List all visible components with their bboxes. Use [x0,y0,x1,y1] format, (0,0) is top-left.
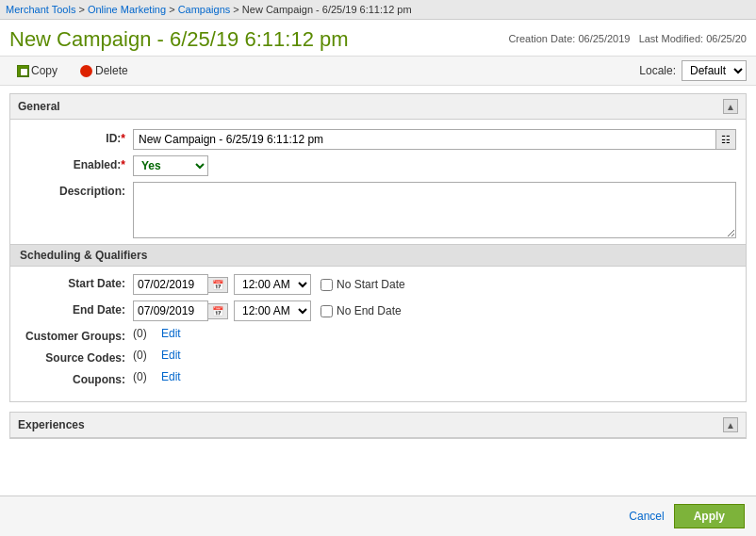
description-textarea[interactable] [133,182,736,238]
customer-groups-edit-link[interactable]: Edit [161,327,181,340]
calendar-icon-end: 📅 [212,306,223,317]
end-date-control: 📅 12:00 AM No End Date [133,300,736,321]
enabled-required-star: * [121,158,125,171]
customer-groups-label: Customer Groups: [20,327,133,343]
last-modified-label: Last Modified: [639,33,703,44]
scheduling-header: Scheduling & Qualifiers [10,244,746,267]
coupons-control: (0) Edit [133,370,736,383]
end-date-label: End Date: [20,300,133,317]
copy-icon [17,65,29,77]
general-section-title: General [18,100,60,113]
start-time-select[interactable]: 12:00 AM [234,274,311,295]
start-date-calendar-button[interactable]: 📅 [208,277,228,293]
coupons-count: (0) [133,370,147,383]
coupons-row: Coupons: (0) Edit [10,370,746,386]
breadcrumb-campaigns[interactable]: Campaigns [178,4,231,15]
enabled-control: Yes No [133,155,736,176]
calendar-icon: 📅 [212,280,223,290]
bottom-bar: Cancel Apply [0,495,756,536]
enabled-select[interactable]: Yes No [133,155,208,176]
general-section-header: General ▲ [10,94,746,120]
page-title: New Campaign - 6/25/19 6:11:12 pm [9,27,349,52]
breadcrumb-merchant-tools[interactable]: Merchant Tools [6,4,75,15]
no-end-date-label: No End Date [320,304,402,317]
source-codes-count: (0) [133,349,147,362]
start-date-row: Start Date: 📅 12:00 AM No Start Dat [10,274,746,295]
source-codes-row: Source Codes: (0) Edit [10,349,746,365]
meta-info: Creation Date: 06/25/2019 Last Modified:… [508,33,747,44]
cancel-button[interactable]: Cancel [629,510,664,523]
source-codes-control: (0) Edit [133,349,736,362]
id-lookup-button[interactable]: ☷ [716,129,736,150]
breadcrumb-current: New Campaign - 6/25/19 6:11:12 pm [242,4,412,15]
delete-button[interactable]: Delete [73,61,136,80]
enabled-row: Enabled:* Yes No [10,155,746,176]
end-time-select[interactable]: 12:00 AM [234,300,311,321]
experiences-section-header: Experiences ▲ [10,413,746,438]
id-row: ID:* ☷ [10,129,746,150]
coupons-edit-link[interactable]: Edit [161,370,181,383]
copy-button[interactable]: Copy [9,61,65,80]
description-row: Description: [10,182,746,238]
description-label: Description: [20,182,133,198]
source-codes-label: Source Codes: [20,349,133,365]
id-control: ☷ [133,129,736,150]
start-date-control: 📅 12:00 AM No Start Date [133,274,736,295]
id-label: ID:* [20,129,133,145]
experiences-section-title: Experiences [18,418,85,431]
delete-icon [80,65,92,77]
breadcrumb: Merchant Tools > Online Marketing > Camp… [0,0,756,20]
id-input[interactable] [133,129,716,150]
customer-groups-row: Customer Groups: (0) Edit [10,327,746,343]
breadcrumb-online-marketing[interactable]: Online Marketing [88,4,166,15]
start-date-input[interactable] [133,274,208,295]
source-codes-edit-link[interactable]: Edit [161,349,181,362]
apply-button[interactable]: Apply [674,504,745,528]
customer-groups-control: (0) Edit [133,327,736,340]
end-date-row: End Date: 📅 12:00 AM No End Date [10,300,746,321]
toolbar: Copy Delete Locale: Default [0,57,756,86]
creation-date-value: 06/25/2019 [578,33,630,44]
no-start-date-label: No Start Date [320,278,405,291]
description-control [133,182,736,238]
general-section-body: ID:* ☷ Enabled:* [10,120,746,401]
customer-groups-count: (0) [133,327,147,340]
id-required-star: * [121,132,125,145]
last-modified-value: 06/25/20 [706,33,747,44]
no-start-date-checkbox[interactable] [320,279,333,291]
no-end-date-checkbox[interactable] [320,305,333,317]
general-section: General ▲ ID:* ☷ [9,93,747,402]
creation-date-label: Creation Date: [508,33,575,44]
general-collapse-button[interactable]: ▲ [723,99,738,114]
experiences-section: Experiences ▲ [9,412,747,439]
enabled-label: Enabled:* [20,155,133,171]
start-date-label: Start Date: [20,274,133,290]
experiences-collapse-button[interactable]: ▲ [723,417,738,432]
lookup-icon: ☷ [721,134,731,146]
end-date-calendar-button[interactable]: 📅 [208,303,228,319]
main-content: General ▲ ID:* ☷ [0,86,756,519]
id-input-wrapper: ☷ [133,129,736,150]
locale-select[interactable]: Default [682,60,747,81]
end-date-input[interactable] [133,300,208,321]
locale-label: Locale: [639,64,676,77]
coupons-label: Coupons: [20,370,133,386]
